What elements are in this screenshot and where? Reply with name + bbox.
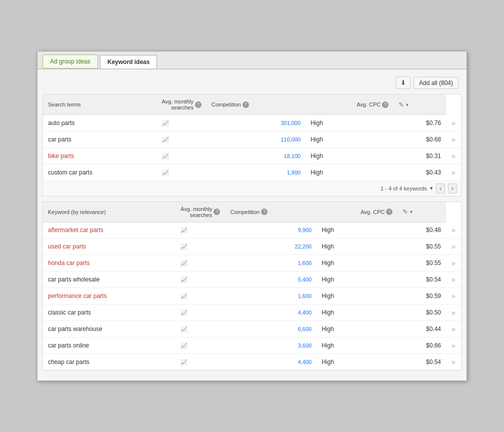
chart-icon: 📈	[162, 170, 169, 176]
chart-icon-cell: 📈	[176, 255, 225, 272]
keyword-cell: classic car parts	[43, 304, 176, 321]
tabs-bar: Ad group ideas Keyword ideas	[38, 52, 466, 70]
col-edit: ✎ ▾	[394, 94, 446, 115]
keyword-cell: car parts warehouse	[43, 321, 176, 338]
competition-cell: High	[316, 354, 398, 370]
chart-icon-cell: 📈	[176, 354, 225, 370]
dropdown-pages-icon[interactable]: ▾	[430, 185, 433, 192]
row-actions[interactable]: »	[446, 255, 461, 272]
row-actions[interactable]: »	[446, 304, 461, 321]
keyword-cell[interactable]: performance car parts	[43, 288, 176, 304]
chart-icon-cell: 📈	[157, 164, 206, 180]
cpc-cell: $0.68	[394, 131, 446, 148]
chart-icon-cell: 📈	[157, 131, 206, 148]
chart-icon: 📈	[180, 276, 188, 282]
keyword-cell[interactable]: honda car parts	[43, 255, 176, 272]
col-search-terms: Search terms	[43, 94, 157, 115]
table-row: honda car parts 📈 1,600 High $0.55 »	[43, 255, 461, 272]
cpc-cell: $0.59	[398, 288, 446, 304]
cpc-cell: $0.31	[394, 148, 446, 164]
edit-icon-2[interactable]: ✎	[402, 208, 408, 216]
chart-icon: 📈	[162, 120, 169, 126]
monthly-searches-cell: 9,900	[225, 222, 316, 238]
keyword-cell[interactable]: used car parts	[43, 238, 176, 255]
cpc-cell: $0.76	[394, 115, 446, 132]
row-actions[interactable]: »	[446, 288, 461, 304]
cpc-cell: $0.50	[398, 304, 446, 321]
keyword-cell[interactable]: aftermarket car parts	[43, 222, 176, 238]
row-actions[interactable]: »	[446, 222, 461, 238]
monthly-searches-cell: 110,000	[206, 131, 306, 148]
avg-monthly-help-icon-2[interactable]: ?	[214, 208, 220, 215]
pagination-bar: 1 - 4 of 4 keywords ▾ ‹ ›	[43, 180, 461, 196]
row-actions[interactable]: »	[446, 164, 461, 180]
competition-cell: High	[306, 164, 394, 180]
col-avg-monthly-searches-2: Avg. monthlysearches ?	[176, 202, 225, 222]
monthly-searches-cell: 4,400	[225, 354, 316, 370]
monthly-searches-cell: 5,400	[225, 272, 316, 288]
monthly-searches-cell: 4,400	[225, 304, 316, 321]
table-row: used car parts 📈 22,200 High $0.55 »	[43, 238, 461, 255]
row-actions[interactable]: »	[446, 131, 461, 148]
row-actions[interactable]: »	[446, 148, 461, 164]
avg-cpc-help-icon[interactable]: ?	[382, 102, 388, 108]
chart-icon: 📈	[180, 260, 188, 266]
tab-ad-group-ideas-label: Ad group ideas	[50, 58, 90, 65]
keyword-cell: auto parts	[43, 115, 157, 132]
chart-icon: 📈	[180, 227, 188, 233]
avg-cpc-help-icon-2[interactable]: ?	[386, 208, 392, 215]
keyword-cell: car parts online	[43, 338, 176, 354]
competition-cell: High	[306, 115, 394, 132]
chart-icon-cell: 📈	[157, 148, 206, 164]
download-button[interactable]: ⬇	[396, 76, 410, 89]
col-competition-2: Competition ?	[225, 202, 316, 222]
row-actions[interactable]: »	[446, 238, 461, 255]
chart-icon: 📈	[180, 359, 188, 365]
table-row: aftermarket car parts 📈 9,900 High $0.48…	[43, 222, 461, 238]
keyword-cell: cheap car parts	[43, 354, 176, 370]
monthly-searches-cell: 1,600	[225, 288, 316, 304]
row-actions[interactable]: »	[446, 354, 461, 370]
next-page-button[interactable]: ›	[448, 184, 457, 194]
table-row: car parts 📈 110,000 High $0.68 »	[43, 131, 461, 148]
monthly-searches-cell: 6,600	[225, 321, 316, 338]
avg-monthly-help-icon[interactable]: ?	[195, 102, 202, 108]
cpc-cell: $0.48	[398, 222, 446, 238]
row-actions[interactable]: »	[446, 272, 461, 288]
keyword-cell: custom car parts	[43, 164, 157, 180]
dropdown-icon-2[interactable]: ▾	[410, 209, 412, 214]
competition-cell: High	[316, 338, 398, 354]
search-terms-table: Search terms Avg. monthlysearches ? Comp…	[43, 94, 461, 180]
col-avg-cpc: Avg. CPC ?	[306, 94, 394, 115]
main-window: Ad group ideas Keyword ideas ⬇ Add all (…	[37, 51, 467, 381]
col-keyword-relevance: Keyword (by relevance)	[43, 202, 176, 222]
prev-page-button[interactable]: ‹	[436, 184, 445, 194]
monthly-searches-cell: 18,100	[206, 148, 306, 164]
competition-cell: High	[306, 131, 394, 148]
table-row: custom car parts 📈 1,900 High $0.43 »	[43, 164, 461, 180]
add-all-button[interactable]: Add all (804)	[414, 77, 458, 89]
keyword-cell[interactable]: bike parts	[43, 148, 157, 164]
chart-icon-cell: 📈	[176, 304, 225, 321]
chart-icon: 📈	[162, 153, 169, 159]
dropdown-icon[interactable]: ▾	[406, 102, 408, 108]
row-actions[interactable]: »	[446, 115, 461, 132]
tab-keyword-ideas[interactable]: Keyword ideas	[100, 55, 158, 68]
table-row: classic car parts 📈 4,400 High $0.50 »	[43, 304, 461, 321]
chart-icon: 📈	[180, 310, 188, 316]
table-row: auto parts 📈 301,000 High $0.76 »	[43, 115, 461, 132]
tab-ad-group-ideas[interactable]: Ad group ideas	[42, 54, 98, 68]
table-row: performance car parts 📈 1,600 High $0.59…	[43, 288, 461, 304]
col-edit-2: ✎ ▾	[398, 202, 446, 222]
download-icon: ⬇	[400, 79, 406, 86]
competition-cell: High	[316, 321, 398, 338]
competition-help-icon[interactable]: ?	[242, 102, 249, 108]
competition-help-icon-2[interactable]: ?	[261, 208, 268, 215]
row-actions[interactable]: »	[446, 321, 461, 338]
keyword-cell: car parts wholesale	[43, 272, 176, 288]
cpc-cell: $0.55	[398, 238, 446, 255]
edit-icon[interactable]: ✎	[398, 101, 404, 108]
row-actions[interactable]: »	[446, 338, 461, 354]
chart-icon: 📈	[180, 342, 188, 348]
competition-cell: High	[316, 222, 398, 238]
